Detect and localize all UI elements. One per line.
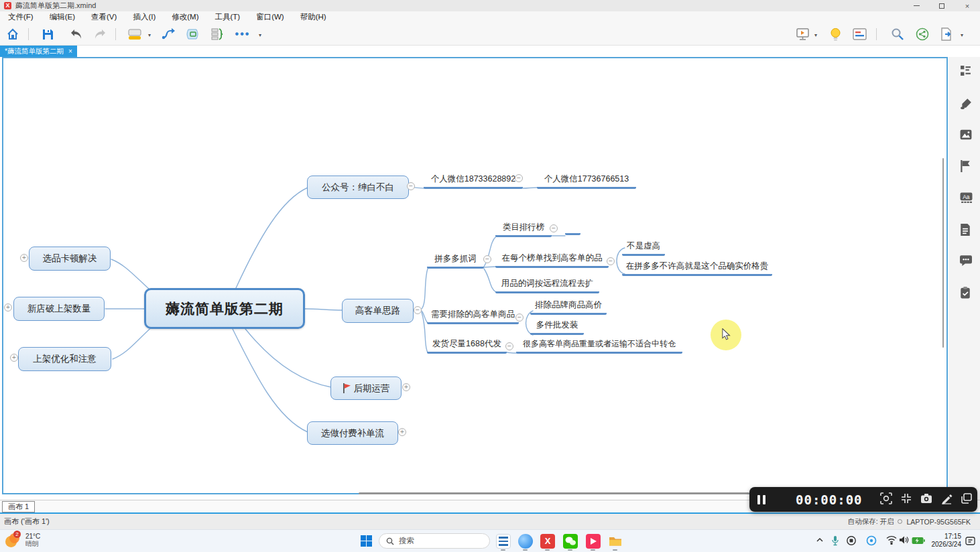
taskbar-app-wechat[interactable] — [563, 534, 578, 549]
presentation-button[interactable] — [795, 27, 810, 42]
notification-center-icon[interactable] — [965, 536, 975, 549]
topic-dropdown-caret[interactable]: ▾ — [148, 32, 151, 38]
collapse-icon[interactable]: − — [515, 314, 524, 322]
topic-not-inflated[interactable]: 不是虚高 — [622, 240, 665, 256]
topic-high-value-strategy[interactable]: 高客单思路 — [342, 299, 414, 323]
collapse-icon[interactable]: − — [407, 182, 415, 190]
collapse-icon[interactable]: − — [483, 255, 491, 263]
collapse-icon[interactable]: − — [505, 342, 513, 350]
topic-expand-words[interactable]: 用品的词按远程流程去扩 — [495, 278, 599, 293]
topic-paid-supplement[interactable]: 选做付费补单流 — [307, 421, 398, 445]
volume-icon[interactable] — [899, 535, 910, 547]
menu-insert[interactable]: 插入(I) — [125, 11, 164, 22]
topic-product-lag[interactable]: 选品卡顿解决 — [29, 247, 111, 271]
taskbar-app-explorer[interactable] — [608, 534, 623, 549]
comments-panel-icon[interactable] — [960, 255, 972, 267]
expand-icon[interactable]: + — [4, 303, 12, 312]
central-topic[interactable]: 薅流简单版第二期 — [144, 288, 305, 329]
topic-wechat-2[interactable]: 个人微信17736766513 — [537, 174, 636, 189]
presentation-caret[interactable]: ▾ — [814, 32, 817, 38]
taskbar-app-notes[interactable] — [496, 534, 511, 549]
topic-official-account[interactable]: 公众号：绅白不白 — [307, 176, 409, 199]
more-dropdown-caret[interactable]: ▾ — [259, 32, 261, 38]
topic-find-high-value[interactable]: 在每个榜单找到高客单的品 — [495, 253, 609, 268]
more-tools-button[interactable]: ••• — [235, 27, 250, 42]
collapse-icon[interactable]: − — [515, 174, 523, 182]
collapse-icon[interactable]: − — [607, 257, 615, 265]
weather-widget[interactable]: 2 21°C 晴朗 — [5, 532, 40, 548]
topic-1688-shipping[interactable]: 发货尽量1688代发 — [427, 338, 507, 354]
menu-tools[interactable]: 工具(T) — [206, 11, 248, 22]
menu-help[interactable]: 帮助(H) — [292, 11, 334, 22]
minimize-button[interactable] — [904, 0, 929, 11]
collapse-icon[interactable]: − — [414, 306, 422, 314]
notes-panel-icon[interactable] — [960, 224, 972, 236]
outline-panel-icon[interactable] — [960, 65, 972, 77]
slide-panel-button[interactable] — [852, 27, 867, 42]
close-button[interactable]: × — [955, 0, 980, 11]
expand-icon[interactable]: + — [10, 354, 18, 362]
topic-later-operations[interactable]: 后期运营 — [330, 376, 402, 400]
minimize-recorder-button[interactable] — [900, 492, 912, 507]
taskbar-search[interactable]: 搜索 — [379, 533, 490, 549]
taskbar-app-browser[interactable] — [518, 534, 533, 549]
recorder-windows-button[interactable] — [961, 492, 973, 507]
topic-new-shop-listing[interactable]: 新店破上架数量 — [13, 297, 105, 321]
image-panel-icon[interactable] — [960, 129, 972, 141]
tray-chevron-icon[interactable] — [815, 535, 824, 547]
export-button[interactable] — [939, 27, 954, 42]
topic-pdd-keywords[interactable]: 拼多多抓词 — [427, 253, 484, 269]
screenshot-camera-button[interactable] — [920, 493, 932, 506]
save-button[interactable] — [40, 27, 55, 42]
topic-category-ranking[interactable]: 类目排行榜 — [495, 222, 552, 237]
marker-flag-icon[interactable] — [960, 160, 972, 172]
collapse-icon[interactable]: − — [550, 224, 558, 232]
label-panel-icon[interactable]: Aa — [960, 192, 972, 204]
menu-window[interactable]: 窗口(W) — [248, 11, 292, 22]
tray-utility-icon[interactable] — [846, 535, 857, 549]
pause-button[interactable] — [757, 495, 765, 504]
topic-listing-optimization[interactable]: 上架优化和注意 — [18, 347, 111, 371]
boundary-button[interactable] — [186, 27, 200, 42]
insert-topic-button[interactable] — [127, 27, 142, 42]
topic-shipping-note[interactable]: 很多高客单商品重量或者运输不适合中转仓 — [516, 338, 682, 354]
maximize-button[interactable] — [929, 0, 955, 11]
start-button[interactable] — [361, 535, 372, 547]
redo-button[interactable] — [93, 27, 107, 42]
menu-edit[interactable]: 编辑(E) — [42, 11, 83, 22]
search-button[interactable] — [890, 27, 905, 42]
sheet-tab-canvas1[interactable]: 画布 1 — [2, 501, 35, 512]
home-button[interactable] — [5, 27, 20, 42]
topic-exclude-products[interactable]: 需要排除的高客单商品 — [427, 309, 519, 324]
mindmap-canvas[interactable] — [2, 57, 948, 494]
summary-button[interactable] — [210, 27, 225, 42]
format-brush-icon[interactable] — [960, 98, 972, 110]
taskbar-app-xmind[interactable]: X — [540, 534, 555, 549]
tray-tim-icon[interactable] — [866, 535, 877, 549]
topic-really-expensive[interactable]: 在拼多多不许高就是这个品确实价格贵 — [622, 261, 772, 276]
tray-microphone-icon[interactable] — [831, 535, 839, 549]
menu-modify[interactable]: 修改(M) — [164, 11, 206, 22]
topic-wechat-1[interactable]: 个人微信18733628892 — [424, 174, 523, 189]
tab-current-document[interactable]: *薅流简单版第二期 × — [0, 46, 77, 57]
export-caret[interactable]: ▾ — [961, 32, 963, 38]
battery-icon[interactable] — [912, 535, 925, 547]
topic-exclude-brand[interactable]: 排除品牌商品高价 — [530, 299, 607, 315]
share-button[interactable] — [915, 27, 930, 42]
expand-icon[interactable]: + — [402, 383, 410, 391]
canvas-vertical-scrollbar[interactable] — [942, 158, 944, 348]
tab-close-icon[interactable]: × — [68, 48, 72, 55]
topic-multi-pack[interactable]: 多件批发装 — [530, 320, 584, 335]
menu-file[interactable]: 文件(F) — [0, 11, 42, 22]
expand-icon[interactable]: + — [398, 428, 406, 436]
menu-view[interactable]: 查看(V) — [83, 11, 125, 22]
focus-region-button[interactable] — [880, 492, 892, 507]
task-panel-icon[interactable] — [960, 287, 972, 299]
taskbar-app-video[interactable] — [586, 534, 601, 549]
relationship-button[interactable] — [162, 27, 176, 42]
taskbar-clock[interactable]: 17:15 2026/3/24 — [932, 533, 962, 549]
expand-icon[interactable]: + — [20, 254, 28, 262]
wifi-icon[interactable] — [886, 535, 897, 547]
annotate-pen-button[interactable] — [940, 492, 953, 507]
topic-ranking-stub[interactable] — [565, 226, 580, 235]
